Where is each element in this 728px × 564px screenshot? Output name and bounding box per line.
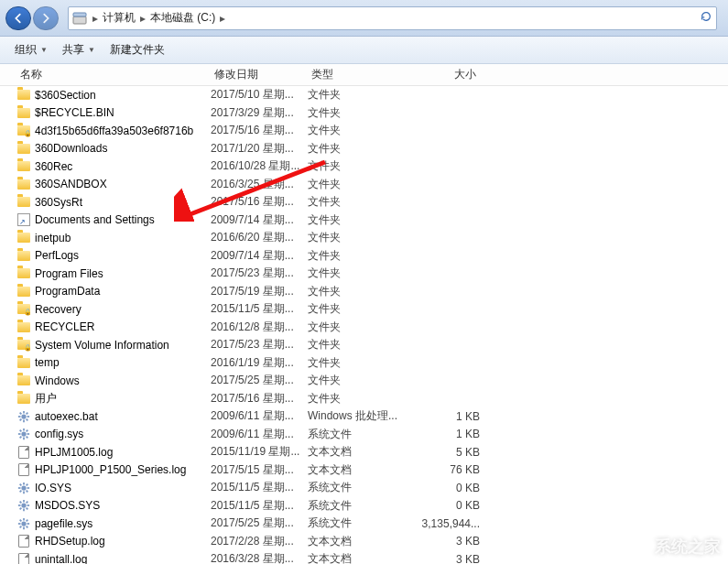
- file-row[interactable]: ProgramData2017/5/19 星期...文件夹: [0, 283, 728, 301]
- file-size: 1 KB: [397, 428, 480, 440]
- refresh-button[interactable]: [700, 10, 712, 26]
- text-file-icon: [18, 553, 29, 564]
- file-name: IO.SYS: [35, 482, 211, 494]
- file-row[interactable]: 用户2017/5/16 星期...文件夹: [0, 390, 728, 408]
- file-type: Windows 批处理...: [308, 408, 397, 424]
- file-type: 文件夹: [308, 177, 397, 192]
- file-date: 2016/6/20 星期...: [211, 230, 308, 245]
- svg-line-17: [27, 437, 28, 439]
- file-date: 2009/6/11 星期...: [211, 427, 308, 442]
- file-row[interactable]: temp2016/1/19 星期...文件夹: [0, 354, 728, 373]
- share-button[interactable]: 共享 ▼: [55, 38, 103, 61]
- file-name: PerfLogs: [35, 249, 211, 262]
- folder-icon: [17, 322, 30, 332]
- file-type: 文件夹: [308, 373, 397, 388]
- nav-back-button[interactable]: [5, 6, 31, 30]
- file-date: 2016/1/19 星期...: [211, 355, 308, 371]
- svg-line-34: [20, 502, 22, 504]
- file-date: 2017/5/23 星期...: [211, 266, 308, 281]
- svg-line-25: [20, 483, 22, 485]
- nav-forward-button[interactable]: [33, 6, 59, 30]
- folder-icon: [17, 287, 30, 297]
- folder-icon: [17, 90, 30, 100]
- file-name: ProgramData: [35, 285, 211, 298]
- file-type: 文件夹: [308, 105, 397, 121]
- file-type: 文本文档: [308, 534, 397, 549]
- svg-point-29: [21, 504, 26, 508]
- svg-line-44: [27, 526, 28, 527]
- file-size: 0 KB: [397, 482, 480, 494]
- file-row[interactable]: 360Rec2016/10/28 星期...文件夹: [0, 157, 728, 176]
- file-row[interactable]: Program Files2017/5/23 星期...文件夹: [0, 265, 728, 283]
- file-type: 文件夹: [308, 337, 397, 352]
- file-size: 3 KB: [397, 553, 480, 564]
- column-type[interactable]: 类型: [308, 67, 397, 82]
- file-row[interactable]: RHDSetup.log2017/2/28 星期...文本文档3 KB: [0, 533, 728, 551]
- file-row[interactable]: inetpub2016/6/20 星期...文件夹: [0, 229, 728, 247]
- folder-locked-icon: [17, 340, 30, 350]
- file-row[interactable]: HPLJM1005.log2015/11/19 星期...文本文档5 KB: [0, 443, 728, 461]
- file-row[interactable]: Recovery2015/11/5 星期...文件夹: [0, 300, 728, 319]
- file-row[interactable]: 360SysRt2017/5/16 星期...文件夹: [0, 193, 728, 212]
- file-type: 文本文档: [308, 444, 397, 460]
- file-name: HPLJP1000_P1500_Series.log: [35, 463, 211, 476]
- file-name: unintall.log: [35, 553, 211, 564]
- svg-rect-0: [73, 16, 86, 24]
- file-type: 文件夹: [308, 194, 397, 210]
- file-name: 用户: [35, 391, 211, 407]
- folder-locked-icon: [17, 304, 30, 314]
- organize-button[interactable]: 组织 ▼: [7, 38, 55, 61]
- file-row[interactable]: MSDOS.SYS2015/11/5 星期...系统文件0 KB: [0, 497, 728, 515]
- drive-icon: [72, 12, 87, 25]
- file-row[interactable]: config.sys2009/6/11 星期...系统文件1 KB: [0, 426, 728, 444]
- file-type: 文本文档: [308, 551, 397, 564]
- svg-line-43: [20, 519, 22, 521]
- folder-icon: [17, 233, 30, 243]
- file-type: 系统文件: [308, 498, 397, 514]
- file-row[interactable]: $RECYCLE.BIN2017/3/29 星期...文件夹: [0, 104, 728, 123]
- file-type: 系统文件: [308, 480, 397, 495]
- arrow-right-icon: [39, 12, 52, 25]
- file-row[interactable]: pagefile.sys2017/5/25 星期...系统文件3,135,944…: [0, 515, 728, 533]
- file-type: 文件夹: [308, 141, 397, 157]
- file-row[interactable]: unintall.log2016/3/28 星期...文本文档3 KB: [0, 550, 728, 564]
- file-row[interactable]: RECYCLER2016/12/8 星期...文件夹: [0, 319, 728, 337]
- address-bar[interactable]: ▸ 计算机 ▸ 本地磁盘 (C:) ▸: [68, 6, 717, 30]
- file-row[interactable]: System Volume Information2017/5/23 星期...…: [0, 336, 728, 354]
- file-name: temp: [35, 356, 211, 369]
- file-date: 2009/7/14 星期...: [211, 248, 308, 264]
- file-type: 文件夹: [308, 248, 397, 264]
- file-name: pagefile.sys: [35, 517, 211, 530]
- file-name: MSDOS.SYS: [35, 499, 211, 512]
- file-row[interactable]: HPLJP1000_P1500_Series.log2017/5/15 星期..…: [0, 461, 728, 480]
- breadcrumb-drive-c[interactable]: 本地磁盘 (C:): [147, 10, 218, 26]
- breadcrumb-separator: ▸: [138, 12, 147, 25]
- breadcrumb-computer[interactable]: 计算机: [100, 10, 138, 26]
- svg-line-35: [27, 508, 28, 510]
- file-row[interactable]: IO.SYS2015/11/5 星期...系统文件0 KB: [0, 479, 728, 497]
- svg-rect-1: [73, 13, 86, 16]
- file-row[interactable]: Windows2017/5/25 星期...文件夹: [0, 372, 728, 390]
- organize-label: 组织: [15, 42, 37, 58]
- column-headers: 名称 修改日期 类型 大小: [0, 64, 728, 86]
- file-row[interactable]: PerfLogs2009/7/14 星期...文件夹: [0, 247, 728, 266]
- folder-icon: [17, 375, 30, 385]
- file-date: 2017/5/19 星期...: [211, 284, 308, 299]
- svg-line-36: [20, 508, 22, 510]
- file-type: 文件夹: [308, 301, 397, 317]
- svg-point-2: [21, 414, 26, 418]
- file-row[interactable]: $360Section2017/5/10 星期...文件夹: [0, 86, 728, 104]
- file-row[interactable]: autoexec.bat2009/6/11 星期...Windows 批处理..…: [0, 407, 728, 426]
- file-row[interactable]: 360Downloads2017/1/20 星期...文件夹: [0, 140, 728, 158]
- file-type: 文件夹: [308, 230, 397, 245]
- file-name: Recovery: [35, 303, 211, 316]
- file-row[interactable]: Documents and Settings2009/7/14 星期...文件夹: [0, 212, 728, 230]
- column-date[interactable]: 修改日期: [211, 67, 308, 82]
- column-name[interactable]: 名称: [16, 67, 211, 82]
- column-size[interactable]: 大小: [397, 67, 480, 82]
- file-name: $RECYCLE.BIN: [35, 106, 211, 119]
- new-folder-button[interactable]: 新建文件夹: [103, 38, 172, 61]
- file-row[interactable]: 4d3f15b65d6ffa39a503e6f8716b2017/5/16 星期…: [0, 122, 728, 140]
- file-date: 2016/12/8 星期...: [211, 320, 308, 335]
- file-row[interactable]: 360SANDBOX2016/3/25 星期...文件夹: [0, 176, 728, 194]
